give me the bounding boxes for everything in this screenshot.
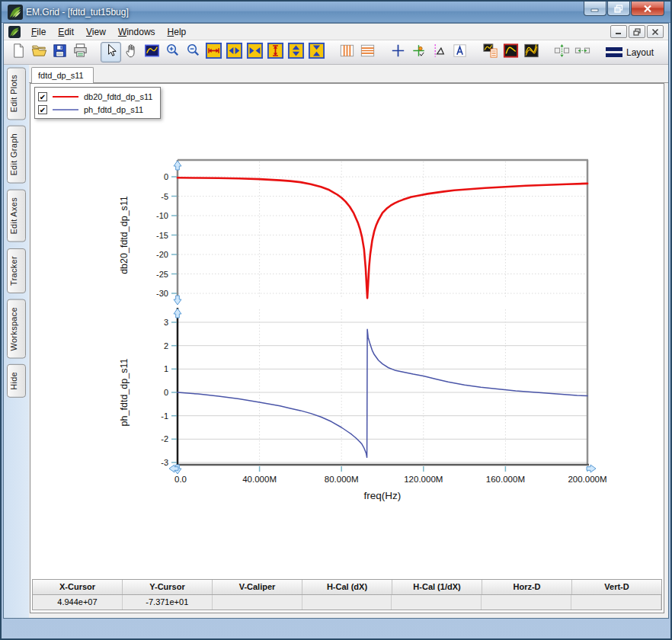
sidebar-edit-graph[interactable]: Edit Graph	[7, 126, 26, 184]
zoom-out-button[interactable]	[183, 42, 203, 62]
h-gridlines-button[interactable]	[357, 42, 378, 62]
compress-y-icon	[308, 42, 325, 62]
single-trace-button[interactable]	[501, 42, 521, 62]
title-bar[interactable]: EM.Grid - [fdtd_tut15bug]	[2, 2, 670, 23]
text-label-icon	[451, 42, 469, 62]
sidebar: Edit PlotsEdit GraphEdit AxesTrackerWork…	[4, 65, 29, 618]
select-icon	[102, 42, 120, 62]
crosshair-icon	[389, 42, 407, 62]
cursor-table: X-CursorY-CursorV-CaliperH-Cal (dX)H-Cal…	[32, 579, 662, 610]
menu-help[interactable]: Help	[162, 25, 193, 39]
cursor-table-value-cell: -7.371e+01	[123, 595, 213, 610]
print-button[interactable]	[70, 42, 91, 62]
close-button[interactable]	[631, 2, 664, 16]
expand-y-button[interactable]	[265, 42, 286, 62]
bottom-axis-pan-up-icon[interactable]	[174, 309, 181, 318]
sidebar-edit-axes[interactable]: Edit Axes	[7, 190, 26, 242]
caliper-button[interactable]	[429, 42, 450, 62]
v-gridlines-button[interactable]	[337, 42, 357, 62]
svg-text:2: 2	[164, 341, 168, 350]
mdi-close-button[interactable]	[647, 25, 664, 38]
menu-file[interactable]: File	[25, 25, 52, 39]
fit-horizontal-button[interactable]	[572, 42, 593, 62]
restore-button[interactable]	[607, 2, 630, 16]
menu-bar: FileEditViewWindowsHelp	[4, 24, 668, 40]
expand-y-icon	[267, 42, 284, 62]
document-icon	[8, 26, 21, 38]
compress-x-button[interactable]	[245, 42, 265, 62]
cursor-table-header-cell: V-Caliper	[213, 580, 302, 594]
open-button[interactable]	[29, 42, 50, 62]
plot-workspace: fdtd_dp_s11 ✔db20_fdtd_dp_s11✔ph_fdtd_dp…	[29, 65, 668, 618]
legend-icon	[482, 42, 499, 62]
stretch-y-button[interactable]	[286, 42, 306, 62]
zoom-in-button[interactable]	[162, 42, 183, 62]
x-axis-label: freq(Hz)	[364, 490, 402, 501]
plot-svg: 0-5-10-15-20-25-30db20_fdtd_dp_s113210-1…	[30, 84, 669, 581]
svg-text:200.000M: 200.000M	[568, 475, 606, 484]
sidebar-workspace[interactable]: Workspace	[7, 299, 26, 359]
menu-edit[interactable]: Edit	[52, 25, 80, 39]
minimize-button[interactable]	[584, 2, 606, 16]
svg-text:40.000M: 40.000M	[242, 475, 277, 484]
mdi-restore-icon	[633, 28, 641, 36]
fit-vertical-button[interactable]	[552, 42, 572, 62]
svg-text:0: 0	[164, 172, 168, 181]
y-axis-label: db20_fdtd_dp_s11	[119, 196, 130, 274]
single-trace-icon	[502, 42, 520, 62]
menu-view[interactable]: View	[80, 25, 112, 39]
zoom-in-icon	[164, 42, 181, 62]
menu-items: FileEditViewWindowsHelp	[25, 27, 192, 37]
layout-button[interactable]: Layout	[603, 47, 657, 58]
svg-text:80.000M: 80.000M	[325, 475, 359, 484]
cursor-table-header-cell: H-Cal (dX)	[302, 580, 392, 594]
legend-entry: ✔db20_fdtd_dp_s11	[38, 90, 152, 103]
legend-label: db20_fdtd_dp_s11	[84, 92, 152, 101]
cursor-table-value-row: 4.944e+07-7.371e+01	[33, 595, 661, 610]
tab-fdtd_dp_s11[interactable]: fdtd_dp_s11	[31, 67, 94, 83]
select-button[interactable]	[101, 42, 121, 62]
mdi-minimize-button[interactable]	[610, 25, 627, 38]
zoom-box-button[interactable]	[142, 42, 162, 62]
save-button[interactable]	[50, 42, 70, 62]
cursor-table-header-cell: X-Cursor	[33, 580, 123, 594]
cursor-table-header-cell: Vert-D	[572, 580, 661, 594]
top-axis-pan-up-icon[interactable]	[174, 161, 181, 170]
svg-text:-1: -1	[161, 411, 168, 421]
cursor-table-value-cell	[392, 595, 482, 610]
tracker-icon	[410, 42, 427, 62]
expand-x-icon	[205, 42, 222, 62]
cursor-table-header-cell: Horz-D	[482, 580, 572, 594]
cursor-table-value-cell: 4.944e+07	[33, 595, 123, 610]
compress-y-button[interactable]	[306, 42, 327, 62]
legend-checkbox[interactable]: ✔	[38, 105, 47, 114]
text-label-button[interactable]	[450, 42, 470, 62]
cursor-table-value-cell	[302, 595, 392, 610]
stretch-x-button[interactable]	[224, 42, 245, 62]
sidebar-hide[interactable]: Hide	[7, 364, 26, 398]
sidebar-edit-plots[interactable]: Edit Plots	[7, 67, 26, 120]
fit-horizontal-icon	[574, 42, 591, 62]
toolbar: Layout	[4, 40, 668, 65]
zoom-box-icon	[143, 42, 161, 62]
top-axis-pan-down-icon[interactable]	[174, 296, 181, 305]
compress-x-icon	[246, 42, 264, 62]
restore-icon	[614, 5, 623, 13]
crosshair-button[interactable]	[388, 42, 408, 62]
sidebar-tracker[interactable]: Tracker	[7, 248, 26, 293]
new-button[interactable]	[8, 42, 29, 62]
svg-text:0: 0	[164, 388, 168, 397]
x-axis-pan-right-icon[interactable]	[587, 465, 596, 472]
tracker-button[interactable]	[408, 42, 429, 62]
fit-vertical-icon	[553, 42, 571, 62]
print-icon	[72, 42, 89, 62]
multi-trace-button[interactable]	[521, 42, 542, 62]
pan-button[interactable]	[121, 42, 142, 62]
expand-x-button[interactable]	[203, 42, 224, 62]
mdi-close-icon	[651, 28, 659, 36]
legend-checkbox[interactable]: ✔	[38, 92, 47, 101]
mdi-restore-button[interactable]	[629, 25, 645, 38]
svg-text:-15: -15	[156, 231, 168, 240]
menu-windows[interactable]: Windows	[112, 25, 162, 39]
legend-button[interactable]	[480, 42, 501, 62]
